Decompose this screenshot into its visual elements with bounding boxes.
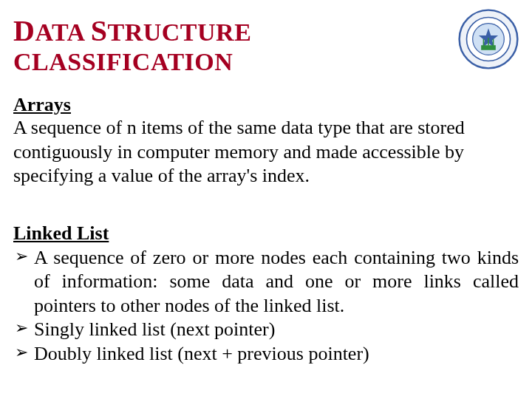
title-word1-rest: ATA [35, 18, 83, 46]
spacer [13, 188, 519, 205]
linkedlist-bullets: A sequence of zero or more nodes each co… [13, 246, 519, 366]
title-word2-cap: S [91, 14, 108, 47]
svg-rect-3 [481, 45, 496, 50]
list-item: Singly linked list (next pointer) [34, 318, 519, 342]
slide-title: DATA STRUCTURE CLASSIFICATION [13, 13, 458, 76]
arrays-body: A sequence of n items of the same data t… [13, 116, 519, 188]
arrays-heading: Arrays [13, 94, 519, 116]
university-seal-icon [458, 9, 519, 69]
list-item: Doubly linked list (next + previous poin… [34, 342, 519, 366]
slide: DATA STRUCTURE CLASSIFICATION Arrays A s… [0, 0, 532, 379]
list-item: A sequence of zero or more nodes each co… [34, 246, 519, 318]
linkedlist-heading: Linked List [13, 222, 519, 245]
title-word1-cap: D [13, 14, 35, 47]
title-word2-rest: TRUCTURE [108, 18, 252, 46]
title-rest: CLASSIFICATION [13, 48, 233, 75]
title-row: DATA STRUCTURE CLASSIFICATION [13, 9, 519, 76]
